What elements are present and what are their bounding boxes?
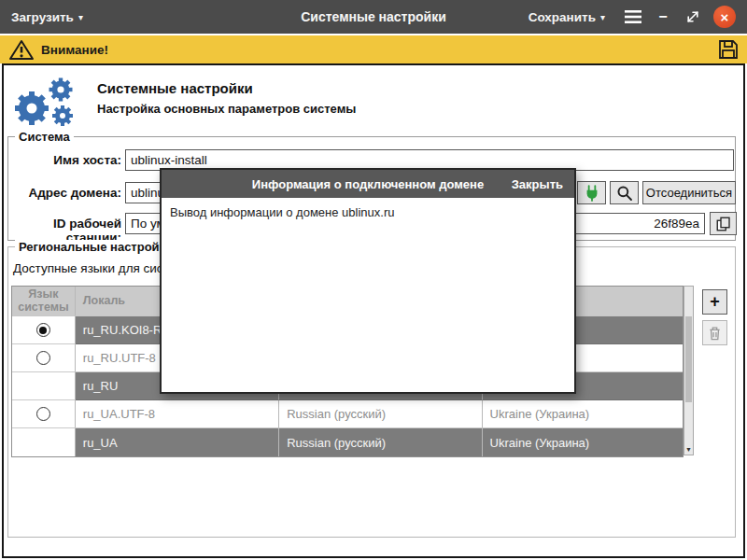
radio-cell [12,316,76,344]
search-domain-button[interactable] [610,181,639,204]
close-icon: × [721,9,729,25]
gears-logo-icon [9,75,84,131]
expand-icon [685,9,700,24]
header-system-language: Язык системы [12,287,76,316]
table-row[interactable]: ru_UA.UTF-8 Russian (русский) Ukraine (У… [12,400,683,428]
disconnect-button[interactable]: Отсоединиться [642,181,736,204]
locale-cell: ru_UA.UTF-8 [76,400,279,428]
warning-triangle-icon [9,39,34,61]
country-cell: Ukraine (Украина) [483,428,683,456]
page-subtitle: Настройка основных параметров системы [97,102,356,116]
system-fieldset-legend: Система [15,130,74,144]
load-button-label: Загрузить [11,10,74,24]
maximize-button[interactable] [680,0,706,34]
caret-down-icon: ▾ [600,12,605,22]
minimize-icon: − [658,8,667,25]
language-cell: Russian (русский) [279,400,482,428]
copy-id-button[interactable] [710,212,737,235]
copy-icon [715,216,732,232]
country-cell: Ukraine (Украина) [483,400,683,428]
warning-label: Внимание! [41,43,108,57]
locale-radio[interactable] [36,351,50,365]
connect-domain-button[interactable] [577,181,606,204]
domain-info-dialog: Информация о подключенном домене Закрыть… [160,168,576,394]
caret-down-icon: ▾ [78,12,83,22]
radio-cell [12,344,76,372]
locale-radio[interactable] [36,407,50,421]
hostname-label: Имя хоста: [7,153,121,167]
regional-fieldset-legend: Региональные настройки [15,240,176,254]
delete-locale-button[interactable] [702,320,727,345]
save-settings-button[interactable] [717,38,740,64]
app-window: Загрузить ▾ Системные настройки Сохранит… [0,0,747,560]
locale-radio[interactable] [36,323,50,337]
floppy-save-icon [717,38,740,61]
station-id-value-end: 26f89ea [654,217,699,231]
radio-cell [12,428,76,456]
scrollbar-down-arrow[interactable]: ▼ [684,443,693,455]
dialog-close-button[interactable]: Закрыть [512,177,563,191]
domain-label: Адрес домена: [7,186,121,200]
radio-cell [12,372,76,400]
save-button-label: Сохранить [529,10,596,24]
add-locale-button[interactable]: + [702,289,727,315]
save-menu-button[interactable]: Сохранить ▾ [529,0,605,34]
table-row[interactable]: ru_UA Russian (русский) Ukraine (Украина… [12,428,683,456]
page-title: Системные настройки [97,80,253,96]
close-button[interactable]: × [713,6,736,28]
radio-cell [12,400,76,428]
minimize-button[interactable]: − [650,0,676,34]
hamburger-icon [625,10,641,23]
locale-cell: ru_UA [76,428,279,456]
table-scrollbar[interactable]: ▼ [684,286,694,455]
menu-button[interactable] [620,0,646,34]
warning-bar: Внимание! [0,35,747,63]
search-icon [616,185,633,202]
scrollbar-thumb[interactable] [685,316,692,402]
dialog-body-text: Вывод информации о домене ublinux.ru [162,198,574,227]
dialog-titlebar[interactable]: Информация о подключенном домене Закрыть [162,170,574,198]
language-cell: Russian (русский) [279,428,482,456]
titlebar: Загрузить ▾ Системные настройки Сохранит… [0,0,747,34]
load-button[interactable]: Загрузить ▾ [11,0,83,34]
trash-icon [708,326,722,341]
plug-icon [583,184,601,203]
